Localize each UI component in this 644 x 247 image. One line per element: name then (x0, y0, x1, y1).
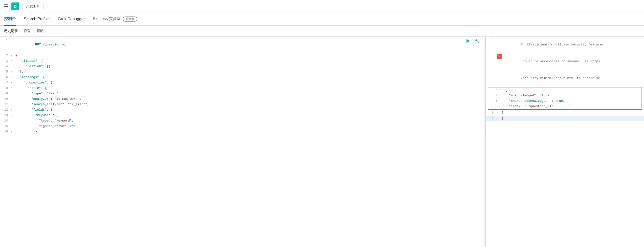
subnav-history[interactable]: 历史记录 (4, 29, 18, 33)
warning-close-button[interactable]: ✕ (497, 54, 502, 59)
tab-painless-lab[interactable]: Painless 实验室 公测版 (93, 13, 137, 26)
sub-nav: 历史记录 设置 帮助 (0, 26, 644, 36)
editor-line-5: 5 ▴ }, (0, 69, 484, 75)
response-warning-cont: /security-minimal-setup.html to enable s… (486, 70, 644, 86)
response-line-4: 4 "shards_acknowledged" : true, (488, 98, 642, 104)
subnav-settings[interactable]: 设置 (24, 29, 31, 33)
editor-line-8: 8 ▾ "title": { (0, 85, 484, 91)
editor-line-12: 12 ▾ "fields": { (0, 107, 484, 113)
editor-line-16: 16 ▴ } (0, 129, 484, 134)
response-line-2: 2 ▾ { (488, 87, 642, 93)
hamburger-icon[interactable]: ☰ (4, 3, 8, 9)
editor-line-14: 14 "type": "keyword", (0, 118, 484, 123)
tab-grok-debugger[interactable]: Grok Debugger (58, 13, 85, 25)
editor-line-2: 2 ▾ { (0, 53, 484, 58)
tab-search-profiler[interactable]: Search Profiler (24, 13, 50, 25)
warning-row: ✕ could be accessible to anyone. See htt… (486, 53, 644, 70)
wrench-icon: 🔧 (474, 38, 480, 44)
main-content: 🔧 1 PUT /question_v1 2 ▾ { 3 ▾ (0, 36, 644, 247)
editor-line-15: 15 "ignore_above": 256 (0, 123, 484, 129)
dev-tools-button[interactable]: 开发工具 (22, 3, 44, 10)
editor-line-1: 1 PUT /question_v1 (0, 36, 484, 53)
editor-line-3: 3 ▾ "aliases": { (0, 58, 484, 64)
editor-toolbar: 🔧 (465, 37, 480, 44)
response-line-6: 6 ▴ } (486, 110, 644, 116)
response-line-5: 5 "index" : "question_v1" (488, 104, 642, 109)
response-code[interactable]: 1 #! Elasticsearch built-in security fea… (486, 36, 644, 247)
response-line-1: 1 #! Elasticsearch built-in security fea… (486, 36, 644, 53)
play-icon (466, 39, 470, 43)
beta-badge: 公测版 (123, 16, 137, 21)
code-editor[interactable]: 1 PUT /question_v1 2 ▾ { 3 ▾ "aliases": … (0, 36, 484, 247)
settings-icon-button[interactable]: 🔧 (474, 37, 480, 44)
nav-tabs: 控制台 Search Profiler Grok Debugger Painle… (0, 13, 644, 26)
run-button[interactable] (465, 37, 472, 44)
response-panel: 1 #! Elasticsearch built-in security fea… (486, 36, 644, 247)
tab-console[interactable]: 控制台 (4, 13, 16, 26)
response-highlight-box: 2 ▾ { 3 "acknowledged" : true, 4 "shards… (488, 87, 642, 110)
response-line-3: 3 "acknowledged" : true, (488, 93, 642, 98)
top-bar: ☰ D 开发工具 (0, 0, 644, 13)
editor-panel: 🔧 1 PUT /question_v1 2 ▾ { 3 ▾ (0, 36, 485, 247)
avatar[interactable]: D (11, 2, 19, 10)
editor-line-9: 9 "type": "text", (0, 91, 484, 96)
editor-line-11: 11 "search_analyzer": "ik_smart", (0, 102, 484, 107)
editor-line-13: 13 ▾ "keyword": { (0, 113, 484, 118)
editor-line-10: 10 "analyzer": "ik_max_word", (0, 96, 484, 102)
subnav-help[interactable]: 帮助 (36, 29, 44, 33)
editor-line-7: 7 ▾ "properties": { (0, 80, 484, 85)
response-line-7: 7 (486, 116, 644, 121)
editor-line-6: 6 ▾ "mappings": { (0, 75, 484, 80)
editor-line-4: 4 "question": {} (0, 64, 484, 69)
